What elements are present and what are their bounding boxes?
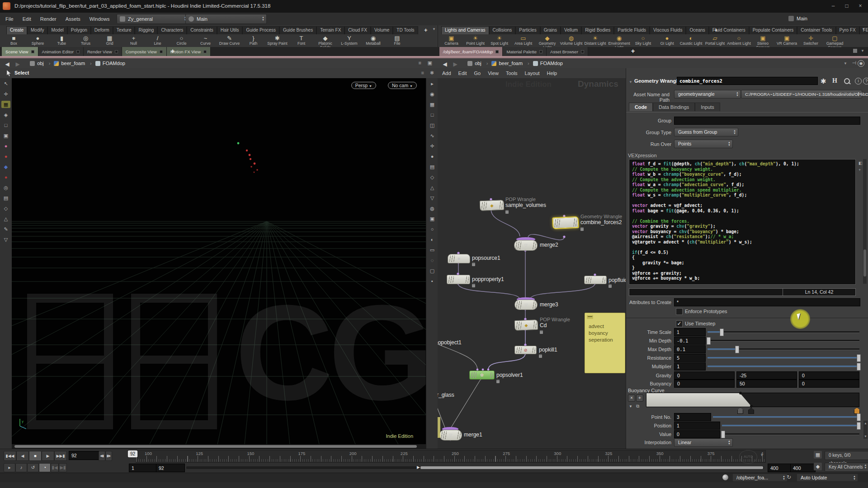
resistance-field[interactable]	[674, 354, 706, 362]
maximize-icon[interactable]: □	[841, 2, 853, 10]
pane-tab[interactable]: Scene View	[2, 47, 38, 56]
breadcrumb-item[interactable]: obj›	[466, 61, 490, 66]
gravity-y-field[interactable]: -25	[736, 371, 797, 380]
resistance-slider[interactable]	[708, 357, 859, 359]
attributes-field[interactable]	[674, 298, 860, 306]
viewport-tool-icon[interactable]: △	[1, 215, 10, 222]
tab-pin-icon[interactable]	[539, 50, 542, 53]
min-depth-field[interactable]	[674, 337, 706, 345]
range-slider[interactable]: ▶	[186, 466, 764, 469]
display-option-icon[interactable]: ▦	[428, 101, 437, 108]
back-icon[interactable]: ◀	[3, 61, 12, 67]
current-frame-marker[interactable]: 92	[128, 450, 137, 457]
param-scrollbar[interactable]: ▲ ▼	[863, 421, 868, 439]
buoyancy-z-field[interactable]: 0	[799, 380, 859, 388]
back-icon[interactable]: ◀	[440, 61, 449, 67]
shelf-tab[interactable]: Polygon	[67, 26, 91, 34]
pane-menu-icon[interactable]: ▼	[861, 49, 864, 53]
display-option-icon[interactable]: ▭	[428, 246, 437, 253]
path-pin-icon[interactable]: ▣	[428, 60, 432, 66]
display-option-icon[interactable]: ✛	[428, 142, 437, 150]
shelf-tab[interactable]: Create	[6, 26, 27, 34]
network-editor[interactable]: Indie Edition Dynamics	[438, 78, 626, 449]
current-frame-field[interactable]	[69, 451, 99, 460]
shelf-tab[interactable]: TD Tools	[393, 26, 418, 34]
network-menu-item[interactable]: Add	[442, 70, 451, 76]
timeline-ruler[interactable]: 1001251501752002252502753003253503754	[136, 450, 766, 463]
viewport-tool-icon[interactable]: ◆	[1, 163, 10, 170]
viewport-tool-icon[interactable]: ↖	[1, 80, 10, 87]
ramp-handle[interactable]	[737, 408, 743, 414]
tab-pin-icon[interactable]	[31, 50, 34, 53]
shelf-tab[interactable]: Grains	[540, 26, 561, 34]
value-slider[interactable]	[722, 433, 859, 435]
add-shelf-tab-button[interactable]: +	[420, 27, 431, 33]
ramp-handle-end[interactable]	[854, 408, 860, 414]
position-slider[interactable]	[722, 425, 859, 427]
shelf-tab[interactable]: Particle Fluids	[614, 26, 650, 34]
network-menu-item[interactable]: Help	[547, 70, 557, 76]
asset-path-dropdown[interactable]: C:/PROGRA~1/SIDEEF~1/HOUDIN~1.318/houdin…	[741, 90, 862, 99]
viewport-tool-icon[interactable]: □	[1, 122, 10, 129]
tab-pin-icon[interactable]	[115, 50, 118, 53]
shelf-tab[interactable]: Terrain FX	[316, 26, 344, 34]
menu-item[interactable]: Windows	[90, 16, 110, 22]
node-popproperty1[interactable]: ◔	[447, 275, 470, 284]
render-sphere-icon[interactable]	[722, 474, 728, 480]
viewport-tool-icon[interactable]: ▤	[1, 194, 10, 202]
step-forward-icon[interactable]: ▮▶	[105, 451, 112, 461]
node-name-field[interactable]	[677, 77, 818, 85]
point-no-field[interactable]	[674, 413, 711, 421]
viewport-tool-icon[interactable]: ●	[1, 174, 10, 181]
shelf-tab[interactable]: Container Tools	[797, 26, 835, 34]
editor-add-icon[interactable]: +	[859, 168, 861, 172]
audio-icon[interactable]: ♪	[15, 463, 27, 472]
shelf-tab[interactable]: Lights and Cameras	[441, 26, 489, 34]
multiplier-field[interactable]	[674, 362, 706, 371]
auto-key-badge[interactable]: AUTO	[739, 450, 757, 464]
viewport-tool-icon[interactable]: ◇	[1, 205, 10, 212]
note-collapse-icon[interactable]: —	[587, 315, 593, 319]
point-no-slider[interactable]	[713, 416, 859, 418]
node-popkill1[interactable]: ⊘	[514, 346, 537, 354]
editor-expand-icon[interactable]: ◧	[859, 161, 863, 165]
display-option-icon[interactable]: ◌	[428, 257, 437, 264]
display-option-icon[interactable]: ◫	[428, 122, 437, 129]
viewport-tool-icon[interactable]: ▣	[1, 132, 10, 139]
node-popfluid[interactable]	[584, 276, 607, 284]
forward-icon[interactable]: ▶	[13, 61, 22, 67]
shelf-tab[interactable]: Hair Utils	[217, 26, 243, 34]
shelf-overflow-icon[interactable]: ▼	[432, 27, 436, 31]
houdini-help-icon[interactable]: H	[832, 77, 837, 84]
pin-icon[interactable]: ⊣	[852, 60, 856, 66]
enforce-prototypes-checkbox[interactable]	[676, 308, 683, 315]
jump-end-button[interactable]: ▶▶▮	[54, 451, 67, 461]
viewport-tool-icon[interactable]: ▦	[1, 101, 10, 108]
position-field[interactable]	[674, 422, 720, 430]
vex-editor[interactable]: float f_d = fit(@depth, ch("min_depth"),…	[629, 159, 856, 285]
keys-icon[interactable]: ▦	[814, 451, 822, 459]
refresh-icon[interactable]: ↻	[787, 474, 791, 480]
play-button[interactable]: ▶	[42, 451, 54, 461]
display-option-icon[interactable]: ▢	[428, 267, 437, 274]
collapse-icon[interactable]: ▼	[629, 80, 632, 84]
node-popsolver1[interactable]: ✿	[469, 371, 495, 380]
playback-start-field[interactable]	[156, 464, 185, 472]
node-merge1[interactable]: ▽	[439, 430, 462, 441]
pane-tab[interactable]: Asset Browser	[547, 47, 588, 56]
jump-start-button[interactable]: ▮◀◀	[4, 451, 16, 461]
shelf-tab[interactable]: Guide Brushes	[279, 26, 316, 34]
stop-button[interactable]: ■	[29, 451, 42, 461]
follow-icon[interactable]: ◉	[858, 60, 864, 67]
sticky-note[interactable]: — advect boyancy seperation	[585, 313, 625, 373]
range-end-field[interactable]	[790, 464, 816, 472]
use-timestep-checkbox[interactable]: ✓	[676, 320, 683, 327]
shelf-tab[interactable]: Oceans	[686, 26, 708, 34]
gear-icon[interactable]: ✱	[821, 77, 826, 85]
network-menu-item[interactable]: Tools	[506, 70, 518, 76]
shelf-tab[interactable]: Characters	[157, 26, 187, 34]
node-merge2[interactable]: ▽	[514, 240, 538, 251]
ramp-collapse-icon[interactable]: ▼	[629, 404, 632, 408]
pane-tab[interactable]: Material Palette	[503, 47, 547, 56]
node-popsource1[interactable]: ✸	[448, 254, 470, 263]
